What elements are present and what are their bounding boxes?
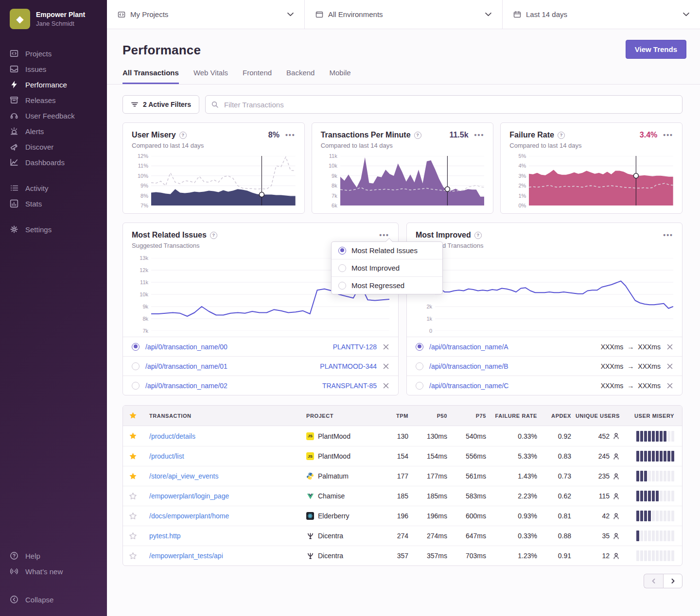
close-icon[interactable] [383,343,389,350]
tab-backend[interactable]: Backend [286,68,315,84]
sidebar-item-alerts[interactable]: Alerts [0,123,107,139]
star-outline-icon[interactable] [129,532,137,540]
star-filled-icon[interactable] [129,452,137,461]
page-title: Performance [122,43,682,58]
star-outline-icon[interactable] [129,512,137,520]
transaction-link[interactable]: /api/0/transaction_name/A [429,343,508,351]
sidebar-item-dashboards[interactable]: Dashboards [0,154,107,170]
menu-item-most-related-issues[interactable]: Most Related Issues [332,242,442,259]
radio-button[interactable] [416,343,423,351]
transaction-link[interactable]: /docs/empowerplant/home [149,512,306,520]
transaction-link[interactable]: /empowerplant_tests/api [149,552,306,560]
sidebar-item-projects[interactable]: Projects [0,46,107,61]
column-header-apdex[interactable]: APDEX [537,413,571,419]
star-filled-icon[interactable] [129,472,137,480]
radio-button[interactable] [132,382,140,390]
star-outline-icon[interactable] [129,552,137,560]
sidebar-item-user-feedback[interactable]: User Feedback [0,108,107,123]
menu-item-most-regressed[interactable]: Most Regressed [332,276,442,294]
ellipsis-menu-icon[interactable]: ••• [663,132,673,138]
column-header-tpm[interactable]: TPM [379,413,408,419]
sidebar-item-stats[interactable]: Stats [0,196,107,211]
related-transaction-row: /api/0/transaction_name/01PLANTMOOD-344 [123,356,398,376]
ellipsis-menu-icon[interactable]: ••• [663,232,673,239]
close-icon[interactable] [666,363,673,370]
menu-item-most-improved[interactable]: Most Improved [332,259,442,276]
transaction-link[interactable]: /product/list [149,452,306,460]
close-icon[interactable] [383,363,389,370]
column-header-transaction[interactable]: TRANSACTION [149,413,306,419]
close-icon[interactable] [666,382,673,389]
column-header-unique-users[interactable]: UNIQUE USERS [571,413,620,419]
broadcast-icon [10,567,18,576]
next-page-button[interactable] [663,574,682,588]
transaction-search-input[interactable] [205,95,682,114]
column-header-project[interactable]: PROJECT [306,413,379,419]
help-icon[interactable]: ? [179,132,187,139]
issue-link[interactable]: TRANSPLANT-85 [322,382,377,390]
transaction-link[interactable]: /api/0/transaction_name/00 [145,343,228,351]
star-header-icon[interactable] [129,411,137,420]
help-icon[interactable]: ? [558,132,565,139]
radio-button[interactable] [132,362,140,370]
sidebar-item-help[interactable]: Help [0,548,107,564]
sidebar-collapse-button[interactable]: Collapse [0,592,107,607]
chevron-down-icon [287,12,294,17]
column-header-p75[interactable]: P75 [447,413,486,419]
star-filled-icon[interactable] [129,432,137,440]
sidebar-item-releases[interactable]: Releases [0,92,107,108]
sidebar-item-activity[interactable]: Activity [0,180,107,196]
transaction-link[interactable]: /api/0/transaction_name/B [429,362,508,370]
radio-button[interactable] [338,264,346,272]
transaction-link[interactable]: /api/0/transaction_name/01 [145,362,228,370]
transaction-link[interactable]: pytest.http [149,532,306,540]
org-switcher[interactable]: ◆ Empower Plant Jane Schmidt [0,0,107,34]
ellipsis-menu-icon[interactable]: ••• [474,132,485,138]
selector-my-projects[interactable]: My Projects [107,0,304,29]
improved-transaction-row: /api/0/transaction_name/BXXXms → XXXms [407,356,682,376]
user-misery-value: 8% [268,131,280,139]
issue-link[interactable]: PLANTMOOD-344 [320,362,377,370]
failure-rate-value: 0.33% [486,432,537,440]
ellipsis-menu-icon[interactable]: ••• [285,132,296,138]
sidebar-item-what-s-new[interactable]: What’s new [0,564,107,579]
column-header-p50[interactable]: P50 [408,413,447,419]
help-icon[interactable]: ? [474,232,482,239]
close-icon[interactable] [383,382,389,389]
tab-frontend[interactable]: Frontend [243,68,272,84]
ellipsis-menu-icon[interactable]: ••• [379,232,389,239]
active-filters-button[interactable]: 2 Active Filters [122,95,199,114]
transaction-link[interactable]: /store/api_view_events [149,472,306,480]
help-icon[interactable]: ? [414,132,421,139]
tab-mobile[interactable]: Mobile [329,68,350,84]
tab-all-transactions[interactable]: All Transactions [122,68,179,84]
javascript-platform-icon: JS [306,432,314,440]
radio-button[interactable] [338,282,346,290]
help-icon[interactable]: ? [210,232,217,239]
arrow-right-icon: → [627,382,634,390]
view-trends-button[interactable]: View Trends [626,40,686,59]
radio-button[interactable] [416,362,423,370]
column-header-failure-rate[interactable]: FAILURE RATE [486,413,537,419]
transaction-link[interactable]: /empowerplant/login_page [149,492,306,500]
sidebar-item-settings[interactable]: Settings [0,222,107,237]
radio-button[interactable] [416,382,423,390]
radio-button[interactable] [132,343,140,351]
sidebar-item-discover[interactable]: Discover [0,139,107,154]
transaction-link[interactable]: /api/0/transaction_name/C [429,382,508,390]
selector-last-14-days[interactable]: Last 14 days [502,0,700,29]
selector-all-environments[interactable]: All Environments [304,0,502,29]
star-outline-icon[interactable] [129,492,137,500]
issue-link[interactable]: PLANTTV-128 [333,343,377,351]
p75-value: 703ms [447,552,486,560]
column-header-user-misery[interactable]: USER MISERY [620,413,674,419]
transaction-link[interactable]: /api/0/transaction_name/02 [145,382,228,390]
transaction-link[interactable]: /product/details [149,432,306,440]
card-title: Most Related Issues [132,231,207,240]
previous-page-button[interactable] [644,574,663,588]
close-icon[interactable] [666,343,673,350]
sidebar-item-issues[interactable]: Issues [0,61,107,77]
sidebar-item-performance[interactable]: Performance [0,77,107,92]
radio-button[interactable] [338,247,346,255]
tab-web-vitals[interactable]: Web Vitals [193,68,228,84]
